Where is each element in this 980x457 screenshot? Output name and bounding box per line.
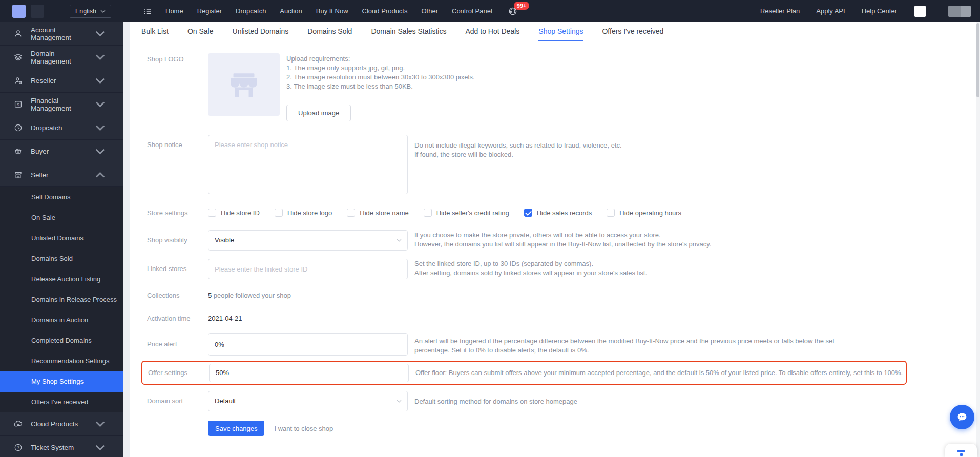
sidebar-item-financial-management[interactable]: $ Financial Management — [0, 93, 123, 116]
checkbox-hide-sales-records[interactable]: Hide sales records — [524, 209, 592, 217]
sidebar-item-domain-management[interactable]: Domain Management — [0, 46, 123, 69]
sidebar-item-recommendation-settings[interactable]: Recommendation Settings — [0, 351, 123, 371]
checkbox-hide-sellers-credit-rating[interactable]: Hide seller's credit rating — [424, 209, 509, 217]
sidebar-item-offers-received[interactable]: Offers I've received — [0, 392, 123, 412]
topbar: English Home Register Dropcatch Auction … — [0, 0, 980, 22]
brand-logo — [12, 5, 26, 18]
save-changes-button[interactable]: Save changes — [208, 421, 264, 436]
support-button[interactable]: 99+ — [508, 6, 518, 16]
nav-control-panel[interactable]: Control Panel — [452, 7, 492, 15]
sidebar-item-account-management[interactable]: Account Management — [0, 22, 123, 46]
sidebar-item-ticket-system[interactable]: ? Ticket System — [0, 436, 123, 457]
live-chat-button[interactable] — [950, 405, 974, 429]
shop-visibility-select[interactable]: Visible — [208, 230, 408, 251]
checkbox-hide-store-logo[interactable]: Hide store logo — [275, 209, 332, 217]
checkbox-box[interactable] — [208, 209, 216, 217]
checkbox-hide-store-id[interactable]: Hide store ID — [208, 209, 260, 217]
sidebar-item-my-shop-settings[interactable]: My Shop Settings — [0, 371, 123, 392]
sidebar-item-completed-domains[interactable]: Completed Domains — [0, 330, 123, 351]
checkbox-box[interactable] — [424, 209, 432, 217]
sidebar-item-cloud-products[interactable]: Cloud Products — [0, 412, 123, 436]
sidebar-item-release-auction-listing[interactable]: Release Auction Listing — [0, 269, 123, 289]
sidebar-item-label: Financial Management — [31, 97, 95, 112]
checkbox-hide-store-name[interactable]: Hide store name — [347, 209, 408, 217]
collections-row: Collections 5 people followed your shop — [130, 292, 976, 299]
main-panel: Bulk List On Sale Unlisted Domains Domai… — [130, 22, 976, 457]
checkbox-label: Hide store logo — [287, 209, 332, 217]
chat-bubble-icon — [956, 411, 968, 423]
upload-image-button[interactable]: Upload image — [286, 105, 351, 121]
checkbox-box[interactable] — [275, 209, 283, 217]
domain-sort-row: Domain sort Default Default sorting meth… — [130, 391, 976, 411]
checkbox-hide-operating-hours[interactable]: Hide operating hours — [607, 209, 681, 217]
sidebar-item-label: Domain Management — [31, 50, 95, 65]
hamburger-menu-icon[interactable] — [143, 7, 152, 16]
nav-dropcatch[interactable]: Dropcatch — [236, 7, 266, 15]
sidebar-item-label: Reseller — [31, 77, 56, 85]
tab-domain-sales-statistics[interactable]: Domain Sales Statistics — [371, 22, 446, 41]
nav-reseller-plan[interactable]: Reseller Plan — [760, 7, 800, 15]
language-label: English — [75, 8, 96, 15]
shop-logo-placeholder — [208, 53, 280, 116]
tab-domains-sold[interactable]: Domains Sold — [307, 22, 352, 41]
checkbox-label: Hide operating hours — [619, 209, 681, 217]
tab-offers-received[interactable]: Offers I've received — [602, 22, 663, 41]
nav-apply-api[interactable]: Apply API — [816, 7, 845, 15]
nav-buy-it-now[interactable]: Buy It Now — [316, 7, 348, 15]
linked-stores-input[interactable] — [208, 259, 408, 279]
language-selector[interactable]: English — [70, 5, 111, 18]
nav-register[interactable]: Register — [197, 7, 222, 15]
collections-label: Collections — [147, 292, 208, 299]
offer-settings-input[interactable] — [209, 364, 409, 382]
sidebar-item-sell-domains[interactable]: Sell Domains — [0, 187, 123, 207]
tab-shop-settings[interactable]: Shop Settings — [538, 22, 583, 41]
sidebar-item-on-sale[interactable]: On Sale — [0, 207, 123, 228]
sidebar-item-unlisted-domains[interactable]: Unlisted Domains — [0, 228, 123, 248]
tab-add-to-hot-deals[interactable]: Add to Hot Deals — [465, 22, 519, 41]
sidebar-item-seller[interactable]: Seller — [0, 163, 123, 187]
tab-bulk-list[interactable]: Bulk List — [141, 22, 169, 41]
back-to-top-button-partial[interactable] — [945, 444, 977, 457]
checkbox-box[interactable] — [347, 209, 355, 217]
account-widget[interactable] — [948, 6, 971, 17]
nav-auction[interactable]: Auction — [280, 7, 302, 15]
sidebar-item-reseller[interactable]: Reseller — [0, 69, 123, 93]
vertical-scrollbar[interactable] — [976, 22, 980, 457]
offer-settings-help: Offer floor: Buyers can submit offers ab… — [415, 368, 903, 378]
chevron-down-icon — [100, 10, 106, 13]
checkbox-label: Hide seller's credit rating — [436, 209, 509, 217]
basket-icon — [13, 147, 23, 156]
sidebar-item-domains-in-release-process[interactable]: Domains in Release Process — [0, 289, 123, 310]
shop-notice-label: Shop notice — [147, 135, 208, 149]
layout-gutter — [123, 22, 130, 457]
sidebar-item-domains-sold[interactable]: Domains Sold — [0, 248, 123, 269]
sidebar-item-dropcatch[interactable]: Dropcatch — [0, 116, 123, 140]
shop-notice-help-line1: Do not include illegal keywords, such as… — [414, 141, 622, 150]
nav-home[interactable]: Home — [165, 7, 183, 15]
tab-unlisted-domains[interactable]: Unlisted Domains — [233, 22, 289, 41]
nav-other[interactable]: Other — [421, 7, 438, 15]
sidebar-item-label: Cloud Products — [31, 420, 78, 428]
linked-stores-help-line1: Set the linked store ID, up to 30 IDs (s… — [414, 259, 647, 268]
close-shop-link[interactable]: I want to close shop — [274, 425, 333, 432]
nav-help-center[interactable]: Help Center — [862, 7, 897, 15]
price-alert-row: Price alert An alert will be triggered i… — [130, 333, 976, 356]
notification-badge: 99+ — [514, 2, 530, 10]
seller-submenu: Sell Domains On Sale Unlisted Domains Do… — [0, 187, 123, 412]
user-avatar[interactable] — [914, 6, 926, 17]
offer-settings-label: Offer settings — [148, 369, 209, 377]
shop-notice-textarea[interactable] — [208, 135, 408, 194]
checkbox-box-checked[interactable] — [524, 209, 532, 217]
price-alert-input[interactable] — [208, 333, 408, 356]
scrollbar-thumb[interactable] — [976, 23, 979, 97]
activation-time-label: Activation time — [147, 315, 208, 322]
domain-sort-select[interactable]: Default — [208, 391, 408, 411]
checkbox-box[interactable] — [607, 209, 615, 217]
sidebar-item-domains-in-auction[interactable]: Domains in Auction — [0, 310, 123, 330]
nav-cloud-products[interactable]: Cloud Products — [362, 7, 408, 15]
sidebar-item-buyer[interactable]: Buyer — [0, 140, 123, 163]
sidebar-item-label: Ticket System — [31, 444, 74, 451]
tab-on-sale[interactable]: On Sale — [187, 22, 214, 41]
storefront-icon — [13, 170, 23, 180]
upload-requirement-1: 1. The image only supports jpg, gif, png… — [286, 64, 475, 73]
